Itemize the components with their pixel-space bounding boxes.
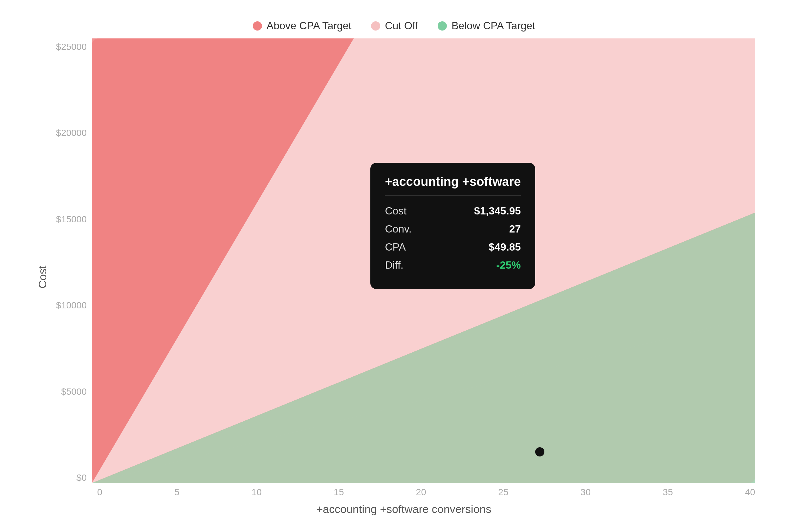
tooltip-row-diff: Diff. -25% — [385, 259, 521, 271]
legend-dot-below-cpa — [438, 21, 447, 31]
x-tick-30: 30 — [580, 487, 591, 497]
y-axis-label-container: Cost — [33, 38, 53, 516]
tooltip-diff-label: Diff. — [385, 259, 403, 271]
legend-dot-cut-off — [371, 21, 380, 31]
legend-item-below-cpa: Below CPA Target — [438, 20, 535, 32]
legend-label-below-cpa: Below CPA Target — [451, 20, 535, 32]
chart-inner: $25000 $20000 $15000 $10000 $5000 $0 — [53, 38, 755, 516]
tooltip-cpa-label: CPA — [385, 241, 406, 253]
y-ticks: $25000 $20000 $15000 $10000 $5000 $0 — [53, 38, 92, 483]
x-tick-5: 5 — [174, 487, 180, 497]
tooltip-conv-value: 27 — [509, 223, 521, 235]
x-axis-area: 0 5 10 15 20 25 30 35 40 — [97, 483, 755, 497]
tooltip-diff-value: -25% — [496, 259, 521, 271]
chart-area: Cost $25000 $20000 $15000 $10000 $5000 $… — [33, 38, 755, 516]
tooltip-title: +accounting +software — [385, 175, 521, 196]
x-ticks: 0 5 10 15 20 25 30 35 40 — [97, 483, 755, 497]
legend-dot-above-cpa — [253, 21, 262, 31]
x-tick-10: 10 — [252, 487, 262, 497]
tooltip-cost-value: $1,345.95 — [474, 205, 521, 217]
legend-item-above-cpa: Above CPA Target — [253, 20, 352, 32]
plot-area-wrapper: +accounting +software Cost $1,345.95 Con… — [92, 38, 755, 483]
y-tick-20000: $20000 — [56, 128, 87, 138]
y-axis-label: Cost — [36, 266, 49, 289]
tooltip-conv-label: Conv. — [385, 223, 411, 235]
x-tick-35: 35 — [663, 487, 673, 497]
legend-label-cut-off: Cut Off — [385, 20, 418, 32]
tooltip-row-cost: Cost $1,345.95 — [385, 205, 521, 217]
x-axis-label: +accounting +software conversions — [53, 503, 755, 516]
data-point — [535, 447, 544, 456]
x-tick-0: 0 — [97, 487, 102, 497]
x-tick-40: 40 — [745, 487, 755, 497]
legend-label-above-cpa: Above CPA Target — [267, 20, 352, 32]
tooltip-row-conv: Conv. 27 — [385, 223, 521, 235]
tooltip-row-cpa: CPA $49.85 — [385, 241, 521, 253]
x-tick-15: 15 — [334, 487, 344, 497]
chart-container: Above CPA Target Cut Off Below CPA Targe… — [33, 16, 755, 516]
legend-item-cut-off: Cut Off — [371, 20, 418, 32]
tooltip: +accounting +software Cost $1,345.95 Con… — [370, 163, 535, 289]
y-tick-15000: $15000 — [56, 214, 87, 224]
y-tick-25000: $25000 — [56, 42, 87, 52]
y-tick-10000: $10000 — [56, 300, 87, 311]
y-tick-5000: $5000 — [61, 387, 87, 397]
tooltip-cpa-value: $49.85 — [489, 241, 521, 253]
y-tick-0: $0 — [77, 473, 87, 483]
x-tick-25: 25 — [498, 487, 508, 497]
tooltip-cost-label: Cost — [385, 205, 407, 217]
plot-area: +accounting +software Cost $1,345.95 Con… — [92, 38, 755, 483]
x-tick-20: 20 — [416, 487, 426, 497]
chart-with-yaxis: $25000 $20000 $15000 $10000 $5000 $0 — [53, 38, 755, 483]
legend: Above CPA Target Cut Off Below CPA Targe… — [33, 16, 755, 32]
